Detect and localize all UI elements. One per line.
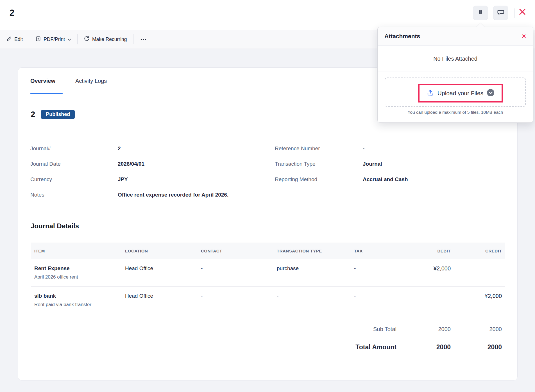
chevron-down-icon [67, 37, 71, 42]
cell-tax: - [351, 259, 404, 286]
more-actions-button[interactable]: ••• [133, 37, 154, 42]
subtotal-row: Sub Total 2000 2000 [31, 326, 505, 332]
cell-debit [404, 287, 454, 314]
cell-tax: - [351, 287, 404, 314]
edit-button[interactable]: Edit [0, 30, 29, 49]
col-credit: CREDIT [454, 243, 505, 259]
popover-close-icon[interactable]: ✕ [522, 33, 526, 39]
field-value: Journal [363, 161, 382, 167]
cell-transaction-type: - [273, 287, 351, 314]
toolbar-separator [154, 34, 154, 44]
item-description: Rent paid via bank transfer [34, 302, 118, 307]
toolbar-divider [514, 8, 514, 18]
upload-tray-icon [427, 89, 434, 97]
upload-hint-text: You can upload a maximum of 5 files, 10M… [378, 110, 533, 115]
field-label: Journal Date [30, 161, 61, 167]
cell-debit: ¥2,000 [404, 259, 454, 286]
chevron-down-circle-icon [487, 89, 495, 98]
col-transaction-type: TRANSACTION TYPE [273, 243, 351, 259]
pencil-icon [6, 36, 12, 43]
make-recurring-label: Make Recurring [92, 37, 127, 42]
subtotal-label: Sub Total [31, 326, 404, 332]
no-files-message: No Files Attached [378, 46, 533, 72]
subtotal-credit: 2000 [454, 326, 505, 332]
title-bar: 2 [0, 0, 535, 30]
col-debit: DEBIT [404, 243, 454, 259]
col-location: LOCATION [122, 243, 198, 259]
total-amount-label: Total Amount [31, 343, 404, 351]
comments-button[interactable] [493, 6, 508, 20]
item-name: Rent Expense [34, 265, 118, 272]
chat-bubble-icon [497, 9, 504, 17]
paperclip-icon [477, 9, 484, 17]
table-header-row: ITEM LOCATION CONTACT TRANSACTION TYPE T… [31, 243, 505, 259]
field-label: Reporting Method [275, 176, 317, 183]
cell-contact: - [198, 259, 273, 286]
field-value: Accrual and Cash [363, 176, 408, 183]
total-amount-debit: 2000 [404, 343, 454, 351]
journal-details-table: ITEM LOCATION CONTACT TRANSACTION TYPE T… [31, 243, 505, 314]
upload-your-files-button[interactable]: Upload your Files [418, 84, 503, 102]
popover-header: Attachments ✕ [378, 27, 533, 46]
cell-location: Head Office [122, 287, 198, 314]
status-badge: Published [41, 110, 75, 119]
pdf-file-icon [35, 36, 41, 43]
col-contact: CONTACT [198, 243, 273, 259]
edit-label: Edit [14, 37, 23, 42]
item-description: April 2026 office rent [34, 274, 118, 280]
pdf-print-label: PDF/Print [44, 37, 65, 42]
pdf-print-button[interactable]: PDF/Print [29, 30, 77, 49]
col-item: ITEM [31, 243, 122, 259]
subtotal-debit: 2000 [404, 326, 454, 332]
table-row: Rent Expense April 2026 office rent Head… [31, 259, 505, 287]
item-name: sib bank [34, 293, 118, 299]
page-title: 2 [10, 8, 14, 18]
close-x-icon [518, 8, 526, 17]
active-tab-indicator [30, 93, 63, 94]
close-button[interactable] [518, 8, 527, 17]
journal-details-heading: Journal Details [31, 222, 79, 230]
make-recurring-button[interactable]: Make Recurring [78, 30, 133, 49]
field-value: Office rent expense recorded for April 2… [118, 192, 228, 198]
field-label: Reference Number [275, 145, 320, 152]
field-value: JPY [118, 176, 128, 183]
field-value: - [363, 145, 364, 152]
attachments-button[interactable] [473, 6, 488, 20]
tab-activity-logs[interactable]: Activity Logs [75, 78, 107, 84]
field-label: Notes [30, 192, 44, 198]
field-label: Currency [30, 176, 52, 183]
cell-credit [454, 259, 505, 286]
field-label: Transaction Type [275, 161, 316, 167]
col-tax: TAX [351, 243, 404, 259]
total-amount-row: Total Amount 2000 2000 [31, 343, 505, 351]
table-row: sib bank Rent paid via bank transfer Hea… [31, 287, 505, 314]
attachments-popover: Attachments ✕ No Files Attached Upload y… [377, 27, 533, 123]
upload-dropzone[interactable]: Upload your Files [385, 78, 526, 107]
recurring-icon [84, 36, 90, 43]
total-amount-credit: 2000 [454, 343, 505, 351]
cell-transaction-type: purchase [273, 259, 351, 286]
field-value: 2026/04/01 [118, 161, 144, 167]
cell-credit: ¥2,000 [454, 287, 505, 314]
field-value: 2 [118, 145, 121, 152]
upload-button-label: Upload your Files [437, 90, 483, 97]
popover-title: Attachments [384, 33, 420, 40]
cell-contact: - [198, 287, 273, 314]
journal-number-heading: 2 [31, 110, 35, 119]
tab-overview[interactable]: Overview [30, 78, 55, 84]
field-label: Journal# [30, 145, 51, 152]
cell-location: Head Office [122, 259, 198, 286]
